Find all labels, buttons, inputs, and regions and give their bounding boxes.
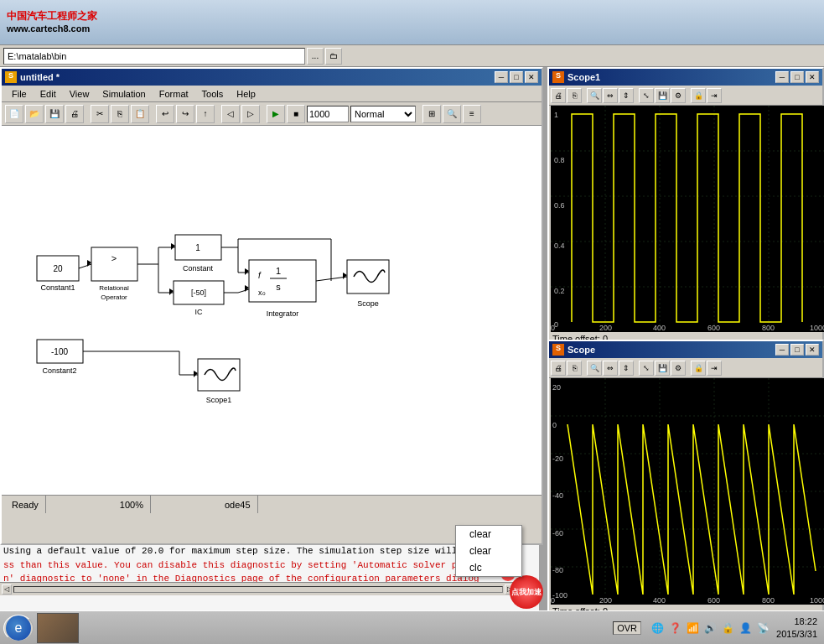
scope2-print[interactable]: 🖨 [551, 361, 566, 376]
svg-text:1: 1 [554, 111, 558, 119]
print-button[interactable]: 🖨 [65, 105, 84, 123]
scope1-zoom-x[interactable]: ⇔ [603, 88, 618, 103]
menu-file[interactable]: File [5, 86, 34, 102]
back-button[interactable]: ◁ [221, 105, 240, 123]
scope1-copy[interactable]: ⎘ [567, 88, 582, 103]
svg-text:20: 20 [552, 383, 561, 392]
scope2-zoom-y[interactable]: ⇕ [619, 361, 634, 376]
svg-text:0.2: 0.2 [554, 287, 565, 295]
scope2-copy[interactable]: ⎘ [567, 361, 582, 376]
svg-marker-49 [245, 285, 249, 292]
scope1-minimize[interactable]: ─ [775, 71, 789, 83]
close-button[interactable]: ✕ [525, 71, 538, 83]
path-bar: ... 🗀 [0, 45, 824, 67]
svg-marker-45 [87, 260, 91, 267]
scope2-controls: ─ □ ✕ [775, 344, 819, 356]
cut-button[interactable]: ✂ [91, 105, 109, 123]
copy-button[interactable]: ⎘ [111, 105, 129, 123]
scope2-maximize[interactable]: □ [790, 344, 804, 356]
status-solver: ode45 [218, 496, 258, 513]
scope1-lock[interactable]: 🔒 [691, 88, 706, 103]
simulink-icon: S [5, 71, 17, 83]
play-button[interactable]: ▶ [267, 105, 285, 123]
svg-text:-100: -100 [51, 347, 68, 356]
menu-view[interactable]: View [63, 86, 96, 102]
svg-text:0.6: 0.6 [554, 201, 565, 210]
scope2-minimize[interactable]: ─ [775, 344, 789, 356]
menu-simulation[interactable]: Simulation [96, 86, 152, 102]
status-zoom: 100% [113, 496, 151, 513]
scope1-close[interactable]: ✕ [806, 71, 819, 83]
scope2-config[interactable]: ⚙ [671, 361, 686, 376]
more-button[interactable]: ≡ [463, 105, 481, 123]
scope1-svg: 1 0.8 0.6 0.4 0.2 0 0 200 400 600 800 10… [551, 106, 824, 332]
scope2-autoscale[interactable]: ⤡ [639, 361, 654, 376]
scope2-zoom[interactable]: 🔍 [587, 361, 602, 376]
paste-button[interactable]: 📋 [131, 105, 149, 123]
path-dots-button[interactable]: ... [307, 48, 324, 65]
ad-circle[interactable]: 点我加速 [510, 575, 543, 609]
svg-marker-46 [171, 243, 175, 250]
svg-text:1: 1 [276, 266, 281, 276]
svg-text:0: 0 [551, 324, 555, 332]
ovr-indicator: OVR [613, 621, 641, 635]
svg-marker-48 [245, 268, 249, 275]
menu-tools[interactable]: Tools [195, 86, 231, 102]
save-button[interactable]: 💾 [45, 105, 64, 123]
debug-button[interactable]: 🔍 [443, 105, 461, 123]
path-folder-button[interactable]: 🗀 [325, 48, 342, 65]
up-button[interactable]: ↑ [196, 105, 215, 123]
scope2-close[interactable]: ✕ [806, 344, 819, 356]
scope1-maximize[interactable]: □ [790, 71, 804, 83]
stop-button[interactable]: ■ [287, 105, 305, 123]
simulink-titlebar: S untitled * ─ □ ✕ [2, 69, 542, 86]
simulink-menubar: File Edit View Simulation Format Tools H… [2, 86, 542, 102]
svg-text:Scope: Scope [357, 299, 379, 308]
scope1-controls: ─ □ ✕ [775, 71, 819, 83]
main-area: S untitled * ─ □ ✕ File Edit View Simula… [0, 67, 824, 644]
svg-text:0: 0 [551, 596, 555, 605]
svg-rect-20 [347, 260, 389, 293]
menu-edit[interactable]: Edit [34, 86, 63, 102]
user-avatar[interactable] [37, 613, 79, 643]
minimize-button[interactable]: ─ [495, 71, 508, 83]
lib-button[interactable]: ⊞ [422, 105, 441, 123]
open-button[interactable]: 📂 [25, 105, 44, 123]
context-menu-item-1[interactable]: clear [456, 526, 521, 543]
scope1-arrow[interactable]: ⇥ [707, 88, 722, 103]
scope1-print[interactable]: 🖨 [551, 88, 566, 103]
scope1-save[interactable]: 💾 [655, 88, 670, 103]
context-menu-item-2[interactable]: clear [456, 543, 521, 559]
sim-mode-select[interactable]: Normal Accelerator [350, 106, 416, 122]
menu-help[interactable]: Help [230, 86, 262, 102]
user-icon: 👤 [739, 622, 752, 634]
start-button[interactable]: e [3, 615, 34, 641]
svg-text:20: 20 [53, 264, 63, 273]
scope1-zoom-y[interactable]: ⇕ [619, 88, 634, 103]
sim-time-input[interactable] [307, 106, 349, 122]
path-input[interactable] [3, 48, 305, 65]
svg-text:400: 400 [653, 324, 666, 332]
scope2-title: Scope [567, 345, 595, 355]
scope1-autoscale[interactable]: ⤡ [639, 88, 654, 103]
scope2-icon: S [552, 344, 564, 356]
scope2-save[interactable]: 💾 [655, 361, 670, 376]
maximize-button[interactable]: □ [510, 71, 523, 83]
menu-format[interactable]: Format [153, 86, 195, 102]
scope2-lock[interactable]: 🔒 [691, 361, 706, 376]
console-scrollbar[interactable]: ◁ ▷ !!! [0, 582, 539, 595]
scope2-window: S Scope ─ □ ✕ 🖨 ⎘ 🔍 ⇔ ⇕ ⤡ 💾 ⚙ 🔒 ⇥ [547, 340, 824, 616]
context-menu-item-3[interactable]: clc [456, 559, 521, 576]
scope1-config[interactable]: ⚙ [671, 88, 686, 103]
start-icon: e [6, 615, 31, 641]
svg-rect-52 [551, 106, 824, 332]
forward-button[interactable]: ▷ [241, 105, 260, 123]
svg-line-37 [238, 289, 249, 293]
signal-icon: 📡 [757, 622, 770, 634]
scope1-zoom[interactable]: 🔍 [587, 88, 602, 103]
undo-button[interactable]: ↩ [156, 105, 174, 123]
scope2-zoom-x[interactable]: ⇔ [603, 361, 618, 376]
redo-button[interactable]: ↪ [176, 105, 194, 123]
scope2-arrow[interactable]: ⇥ [707, 361, 722, 376]
new-button[interactable]: 📄 [5, 105, 23, 123]
